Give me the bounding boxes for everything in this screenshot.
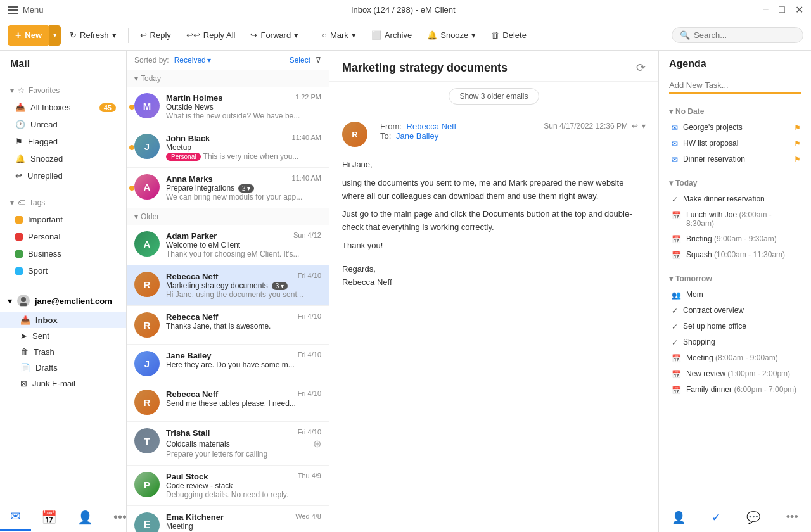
sidebar-item-important[interactable]: Important xyxy=(0,211,126,228)
reply-all-icon: ↩↩ xyxy=(186,30,200,40)
agenda-item-new-review: 📅 New review (1:00pm - 2:00pm) xyxy=(659,366,811,382)
email-item-rebecca-thanks[interactable]: R Rebecca Neff Fri 4/10 Thanks Jane, tha… xyxy=(127,306,329,345)
avatar-rebecca-1: R xyxy=(134,272,160,297)
email-item-paul[interactable]: P Paul Stock Thu 4/9 Code review - stack… xyxy=(127,466,329,506)
avatar-jane: J xyxy=(134,351,160,376)
today-chevron: ▾ xyxy=(134,74,138,83)
minimize-button[interactable]: − xyxy=(763,4,769,16)
delete-icon: 🗑 xyxy=(491,30,499,40)
show-older-button[interactable]: Show 3 older emails xyxy=(449,88,539,104)
main-content: Mail ▾ ☆ Favorites 📥 All Inboxes 45 🕐 Un… xyxy=(0,51,811,532)
sender-avatar: R xyxy=(342,122,367,147)
email-to-line: To: Jane Bailey xyxy=(380,131,456,141)
agenda-nav-contacts[interactable]: 👤 xyxy=(667,505,691,529)
account-header[interactable]: ▾ jane@emclient.com xyxy=(0,289,126,312)
email-content-paul: Paul Stock Thu 4/9 Code review - stack D… xyxy=(166,472,321,499)
email-item-martin[interactable]: M Martin Holmes 1:22 PM Outside News Wha… xyxy=(127,87,329,127)
email-item-jane[interactable]: J Jane Bailey Fri 4/10 Here they are. Do… xyxy=(127,345,329,383)
sidebar-item-unreplied[interactable]: ↩ Unreplied xyxy=(0,167,126,184)
forward-button[interactable]: ↪ Forward ▾ xyxy=(244,27,305,44)
agenda-item-georges: ✉ George's projects ⚑ xyxy=(659,120,811,136)
sidebar-item-personal[interactable]: Personal xyxy=(0,228,126,245)
email-item-john[interactable]: J John Black 11:40 AM Meetup Personal Th… xyxy=(127,127,329,168)
reply-all-button[interactable]: ↩↩ Reply All xyxy=(180,27,242,44)
snooze-button[interactable]: 🔔 Snooze ▾ xyxy=(421,27,482,44)
email-item-adam[interactable]: A Adam Parker Sun 4/12 Welcome to eM Cli… xyxy=(127,225,329,265)
agenda-task-input-area xyxy=(659,75,811,99)
tags-heading[interactable]: ▾ 🏷 Tags xyxy=(0,194,126,211)
maximize-button[interactable]: □ xyxy=(779,4,785,16)
email-content-rebecca-tables: Rebecca Neff Fri 4/10 Send me these tabl… xyxy=(166,390,321,415)
mark-button[interactable]: ○ Mark ▾ xyxy=(316,27,362,44)
search-input[interactable] xyxy=(694,30,795,40)
agenda-nav-tasks[interactable]: ✓ xyxy=(706,505,726,529)
email-item-rebecca-marketing[interactable]: R Rebecca Neff Fri 4/10 Marketing strate… xyxy=(127,265,329,306)
delete-button[interactable]: 🗑 Delete xyxy=(485,27,533,44)
agenda-item-dinner-nodate: ✉ Dinner reservation ⚑ xyxy=(659,151,811,167)
avatar-trisha: T xyxy=(134,428,160,453)
to-name-link[interactable]: Jane Bailey xyxy=(396,131,438,141)
sidebar-item-inbox[interactable]: 📥 Inbox xyxy=(0,312,126,328)
older-chevron: ▾ xyxy=(134,212,138,221)
sidebar-item-sport[interactable]: Sport xyxy=(0,262,126,279)
sidebar-item-sent[interactable]: ➤ Sent xyxy=(0,328,126,344)
drafts-icon: 📄 xyxy=(20,363,30,372)
reply-button[interactable]: ↩ Reply xyxy=(134,27,177,44)
search-icon: 🔍 xyxy=(680,30,690,40)
sport-dot xyxy=(15,267,23,275)
refresh-button[interactable]: ↻ Refresh ▾ xyxy=(63,27,123,44)
favorites-heading[interactable]: ▾ ☆ Favorites xyxy=(0,82,126,99)
unread-dot xyxy=(129,186,134,191)
select-button[interactable]: Select xyxy=(290,56,310,65)
sidebar-item-trash[interactable]: 🗑 Trash xyxy=(0,344,126,360)
search-box: 🔍 xyxy=(672,27,803,43)
snooze-icon: 🔔 xyxy=(427,30,437,40)
collapse-icon: ▾ xyxy=(669,107,673,116)
new-button[interactable]: + New xyxy=(8,25,49,46)
nav-calendar[interactable]: 📅 xyxy=(31,505,67,530)
agenda-item-dinner-res: ✓ Make dinner reservation xyxy=(659,191,811,207)
sort-received-button[interactable]: Received ▾ xyxy=(174,56,211,65)
today-agenda-header[interactable]: ▾ Today xyxy=(659,175,811,191)
sidebar-item-junk[interactable]: ⊠ Junk E-mail xyxy=(0,376,126,391)
sidebar-item-flagged[interactable]: ⚑ Flagged xyxy=(0,133,126,150)
menu-button[interactable]: Menu xyxy=(8,5,44,15)
close-button[interactable]: ✕ xyxy=(795,4,803,16)
more-actions-icon[interactable]: ▾ xyxy=(642,122,646,130)
sidebar-item-business[interactable]: Business xyxy=(0,245,126,262)
from-name-link[interactable]: Rebecca Neff xyxy=(407,122,457,131)
email-content-john: John Black 11:40 AM Meetup Personal This… xyxy=(166,134,321,161)
body-line-3: Just go to the main page and click the D… xyxy=(342,208,646,234)
agenda-nav-more[interactable]: ••• xyxy=(781,505,803,529)
sidebar-item-snoozed[interactable]: 🔔 Snoozed xyxy=(0,150,126,167)
body-line-6: Rebecca Neff xyxy=(342,276,646,289)
sidebar-item-all-inboxes[interactable]: 📥 All Inboxes 45 xyxy=(0,99,126,116)
agenda-nav-chat[interactable]: 💬 xyxy=(741,505,765,529)
sidebar-item-unread[interactable]: 🕐 Unread xyxy=(0,116,126,133)
nav-contacts[interactable]: 👤 xyxy=(67,505,103,530)
sidebar: Mail ▾ ☆ Favorites 📥 All Inboxes 45 🕐 Un… xyxy=(0,51,127,532)
email-list: Sorted by: Received ▾ Select ⊽ ▾ Today M… xyxy=(127,51,329,532)
nav-more[interactable]: ••• xyxy=(103,505,127,529)
thread-icon[interactable]: ⟳ xyxy=(636,61,646,75)
new-button-dropdown[interactable]: ▾ xyxy=(49,25,61,46)
agenda-title: Agenda xyxy=(659,51,811,75)
email-item-anna[interactable]: A Anna Marks 11:40 AM Prepare integratio… xyxy=(127,168,329,208)
business-dot xyxy=(15,250,23,258)
email-item-rebecca-tables[interactable]: R Rebecca Neff Fri 4/10 Send me these ta… xyxy=(127,383,329,422)
tomorrow-agenda-header[interactable]: ▾ Tomorrow xyxy=(659,270,811,287)
reply-icon-inline[interactable]: ↩ xyxy=(632,122,638,130)
no-date-header[interactable]: ▾ No Date xyxy=(659,103,811,120)
svg-point-3 xyxy=(21,297,26,302)
nav-mail[interactable]: ✉ xyxy=(0,504,31,531)
favorites-section: ▾ ☆ Favorites 📥 All Inboxes 45 🕐 Unread … xyxy=(0,77,126,189)
add-task-input[interactable] xyxy=(669,80,801,94)
check-icon: ✓ xyxy=(672,307,678,315)
trash-icon: 🗑 xyxy=(20,347,29,357)
sidebar-item-drafts[interactable]: 📄 Drafts xyxy=(0,360,126,376)
unread-dot xyxy=(129,104,134,110)
email-item-trisha[interactable]: T Trisha Stall Fri 4/10 Coldcalls materi… xyxy=(127,422,329,466)
filter-button[interactable]: ⊽ xyxy=(316,56,321,65)
email-item-ema[interactable]: E Ema Kitchener Wed 4/8 Meeting Thank yo… xyxy=(127,506,329,532)
archive-button[interactable]: ⬜ Archive xyxy=(365,27,418,44)
